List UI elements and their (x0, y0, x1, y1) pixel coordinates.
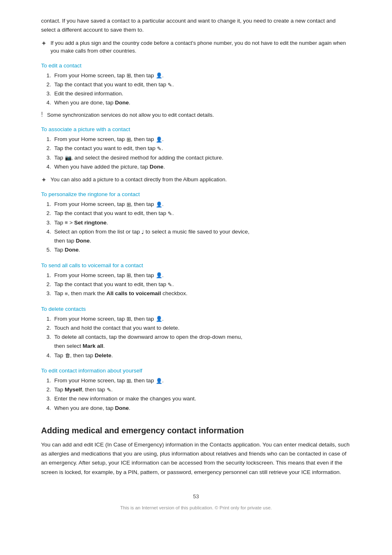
list-item: Touch and hold the contact that you want… (53, 324, 351, 333)
section-picture: To associate a picture with a contact Fr… (41, 126, 351, 184)
camera-icon: 📷 (65, 153, 71, 162)
person-icon: 👤 (156, 377, 162, 385)
heading-yourself: To edit contact information about yourse… (41, 368, 351, 374)
list-item: From your Home screen, tap ⊞, then tap 👤… (53, 200, 351, 209)
apps-icon: ⊞ (127, 200, 131, 209)
heading-picture: To associate a picture with a contact (41, 126, 351, 132)
steps-ringtone: From your Home screen, tap ⊞, then tap 👤… (53, 200, 351, 255)
apps-icon: ⊞ (127, 377, 131, 385)
list-item: From your Home screen, tap ⊞, then tap 👤… (53, 71, 351, 80)
section-delete: To delete contacts From your Home screen… (41, 306, 351, 360)
list-item: From your Home screen, tap ⊞, then tap 👤… (53, 376, 351, 385)
list-item: When you are done, tap Done. (53, 404, 351, 413)
list-item: To delete all contacts, tap the downward… (53, 333, 351, 351)
list-item: Tap 🗑, then tap Delete. (53, 351, 351, 360)
list-item: Select an option from the list or tap ♩ … (53, 227, 351, 246)
apps-icon: ⊞ (127, 135, 131, 144)
list-item: Tap ≡ > Set ringtone. (53, 218, 351, 227)
list-item: Tap Done. (53, 245, 351, 254)
list-item: Enter the new information or make the ch… (53, 394, 351, 403)
list-item: Tap the contact that you want to edit, t… (53, 280, 351, 289)
list-item: Tap 📷, and select the desired method for… (53, 153, 351, 162)
heading-voicemail: To send all calls to voicemail for a con… (41, 262, 351, 268)
section-edit-contact: To edit a contact From your Home screen,… (41, 62, 351, 119)
person-icon: 👤 (156, 200, 162, 209)
person-icon: 👤 (156, 71, 162, 80)
warn-text: Some synchronization services do not all… (47, 111, 214, 119)
person-icon: 👤 (156, 135, 162, 144)
section-yourself: To edit contact information about yourse… (41, 368, 351, 413)
section-ringtone: To personalize the ringtone for a contac… (41, 191, 351, 255)
steps-voicemail: From your Home screen, tap ⊞, then tap 👤… (53, 271, 351, 298)
apps-icon: ⊞ (127, 71, 131, 80)
list-item: From your Home screen, tap ⊞, then tap 👤… (53, 135, 351, 144)
steps-delete: From your Home screen, tap ⊞, then tap 👤… (53, 314, 351, 360)
menu-icon: ≡ (65, 289, 68, 298)
steps-picture: From your Home screen, tap ⊞, then tap 👤… (53, 135, 351, 171)
edit-icon: ✎ (157, 144, 161, 153)
tip-plus-sign: ✦ If you add a plus sign and the country… (41, 39, 351, 55)
top-paragraph: contact. If you have saved a contact to … (41, 16, 351, 35)
list-item: When you have added the picture, tap Don… (53, 162, 351, 171)
tip-text-2: You can also add a picture to a contact … (51, 176, 227, 184)
list-item: When you are done, tap Done. (53, 98, 351, 107)
list-item: From your Home screen, tap ⊞, then tap 👤… (53, 314, 351, 324)
menu-icon: ≡ (65, 218, 68, 227)
trash-icon: 🗑 (65, 351, 70, 360)
steps-edit-contact: From your Home screen, tap ⊞, then tap 👤… (53, 71, 351, 108)
heading-ringtone: To personalize the ringtone for a contac… (41, 191, 351, 197)
apps-icon: ⊞ (127, 271, 131, 280)
heading-edit-contact: To edit a contact (41, 62, 351, 69)
music-icon: ♩ (141, 228, 144, 236)
edit-icon: ✎ (168, 209, 172, 218)
warn-icon: ! (41, 111, 43, 118)
person-icon: 👤 (156, 271, 162, 280)
list-item: Edit the desired information. (53, 89, 351, 98)
apps-icon: ⊞ (127, 314, 131, 323)
list-item: Tap the contact that you want to edit, t… (53, 209, 351, 218)
emergency-body: You can add and edit ICE (In Case of Eme… (41, 440, 351, 477)
edit-icon: ✎ (107, 386, 111, 394)
list-item: Tap the contact you want to edit, then t… (53, 144, 351, 153)
tip-icon-2: ✦ (41, 176, 46, 184)
page-number: 53 (41, 493, 351, 500)
tip-album: ✦ You can also add a picture to a contac… (41, 176, 351, 184)
heading-delete: To delete contacts (41, 306, 351, 312)
emergency-heading: Adding medical and emergency contact inf… (41, 426, 351, 435)
person-icon: 👤 (156, 314, 162, 323)
tip-text-1: If you add a plus sign and the country c… (51, 39, 351, 55)
footer-note: This is an Internet version of this publ… (41, 505, 351, 510)
edit-icon: ✎ (168, 81, 172, 89)
list-item: Tap ≡, then mark the All calls to voicem… (53, 289, 351, 298)
list-item: From your Home screen, tap ⊞, then tap 👤… (53, 271, 351, 280)
note-sync: ! Some synchronization services do not a… (41, 111, 351, 119)
list-item: Tap the contact that you want to edit, t… (53, 80, 351, 89)
list-item: Tap Myself, then tap ✎. (53, 385, 351, 394)
steps-yourself: From your Home screen, tap ⊞, then tap 👤… (53, 376, 351, 413)
tip-icon-1: ✦ (41, 39, 46, 47)
section-voicemail: To send all calls to voicemail for a con… (41, 262, 351, 298)
edit-icon: ✎ (168, 280, 172, 289)
page: contact. If you have saved a contact to … (0, 0, 392, 555)
section-emergency: Adding medical and emergency contact inf… (41, 426, 351, 477)
